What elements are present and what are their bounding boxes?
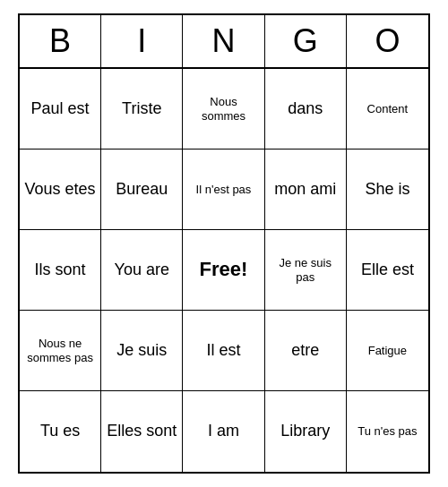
bingo-cell: Elle est [347,230,428,311]
bingo-cell: Library [265,391,347,472]
bingo-cell: Ils sont [20,230,101,311]
bingo-cell: Je suis [101,311,183,391]
bingo-cell: etre [265,311,347,391]
bingo-cell: mon ami [265,150,347,230]
header-letter: O [347,15,428,67]
bingo-cell: Triste [101,69,183,150]
bingo-cell: Nous sommes [183,69,264,150]
bingo-cell: Fatigue [347,311,428,391]
bingo-grid: Paul estTristeNous sommesdansContentVous… [20,69,428,472]
bingo-cell: She is [347,150,428,230]
bingo-cell: Je ne suis pas [265,230,347,311]
bingo-cell: Vous etes [20,150,101,230]
bingo-cell: Bureau [101,150,183,230]
bingo-cell: You are [101,230,183,311]
bingo-cell: Tu n'es pas [347,391,428,472]
bingo-cell: dans [265,69,347,150]
bingo-cell: Paul est [20,69,101,150]
bingo-cell: Il n'est pas [183,150,264,230]
bingo-cell: Il est [183,311,264,391]
header-letter: N [183,15,264,67]
bingo-card: BINGO Paul estTristeNous sommesdansConte… [18,13,430,474]
bingo-cell: Free! [183,230,264,311]
header-letter: I [101,15,183,67]
header-letter: B [20,15,101,67]
bingo-header: BINGO [20,15,428,69]
bingo-cell: Elles sont [101,391,183,472]
header-letter: G [265,15,347,67]
bingo-cell: Tu es [20,391,101,472]
bingo-cell: Nous ne sommes pas [20,311,101,391]
bingo-cell: I am [183,391,264,472]
bingo-cell: Content [347,69,428,150]
